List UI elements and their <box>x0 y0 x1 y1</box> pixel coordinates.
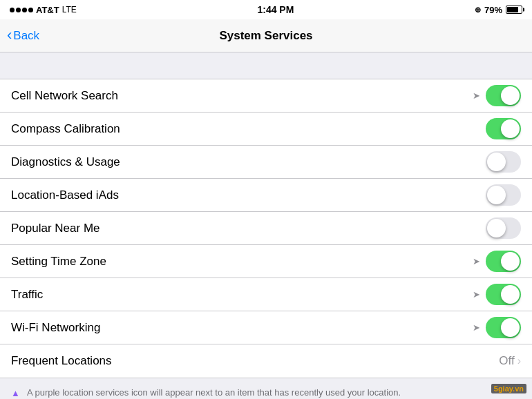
toggle-switch[interactable] <box>486 85 521 106</box>
toggle-switch[interactable] <box>486 284 521 305</box>
signal-dot-3 <box>22 8 27 12</box>
row-right <box>486 151 521 173</box>
toggle-thumb <box>487 153 506 171</box>
status-left: AT&T LTE <box>10 5 77 15</box>
row-right <box>486 118 521 139</box>
section-header-spacer <box>0 52 532 79</box>
toggle-thumb <box>501 119 520 138</box>
toggle-switch[interactable] <box>486 251 521 272</box>
off-label: Off <box>499 354 514 368</box>
toggle-thumb <box>501 252 520 271</box>
toggle-thumb <box>501 285 520 304</box>
settings-row[interactable]: Popular Near Me <box>0 212 532 245</box>
page-title: System Services <box>219 29 312 43</box>
nav-bar: ‹ Back System Services <box>0 19 532 52</box>
row-right: ➤ <box>473 284 521 305</box>
settings-row[interactable]: Setting Time Zone➤ <box>0 245 532 278</box>
settings-row[interactable]: Wi-Fi Networking➤ <box>0 311 532 344</box>
back-chevron-icon: ‹ <box>7 28 12 43</box>
signal-dot-1 <box>10 8 15 12</box>
toggle-switch[interactable] <box>486 217 521 239</box>
settings-list: Cell Network Search➤Compass CalibrationD… <box>0 79 532 378</box>
row-label: Frequent Locations <box>11 354 112 368</box>
row-right <box>486 217 521 239</box>
toggle-switch[interactable] <box>486 118 521 139</box>
settings-row[interactable]: Location-Based iAds <box>0 179 532 212</box>
toggle-thumb <box>487 186 506 204</box>
row-right: ➤ <box>473 85 521 106</box>
row-label: Setting Time Zone <box>11 255 106 269</box>
network-type-label: LTE <box>62 5 77 14</box>
row-value-off: Off› <box>499 354 521 368</box>
settings-row[interactable]: Cell Network Search➤ <box>0 79 532 113</box>
battery-icon-container <box>506 6 522 14</box>
settings-row[interactable]: Frequent LocationsOff› <box>0 344 532 378</box>
settings-row[interactable]: Diagnostics & Usage <box>0 146 532 179</box>
toggle-thumb <box>501 86 520 105</box>
purple-location-icon: ▲ <box>11 388 20 398</box>
status-right: ⊕ 79% <box>475 5 522 15</box>
row-right <box>486 184 521 206</box>
battery-icon <box>506 6 522 14</box>
row-label: Location-Based iAds <box>11 188 119 202</box>
location-arrow-icon: ➤ <box>473 90 480 101</box>
row-label: Cell Network Search <box>11 89 118 103</box>
signal-dot-4 <box>28 8 33 12</box>
footer-note-text: A purple location services icon will app… <box>27 387 401 399</box>
settings-row[interactable]: Traffic➤ <box>0 278 532 311</box>
row-label: Compass Calibration <box>11 122 120 136</box>
settings-row[interactable]: Compass Calibration <box>0 113 532 146</box>
toggle-thumb <box>501 318 520 337</box>
row-label: Diagnostics & Usage <box>11 155 120 169</box>
location-arrow-icon: ➤ <box>473 256 480 266</box>
back-label: Back <box>13 29 39 43</box>
location-arrow-icon: ➤ <box>473 289 480 300</box>
row-label: Popular Near Me <box>11 222 100 235</box>
battery-percent: 79% <box>484 5 502 15</box>
carrier-label: AT&T <box>36 5 59 15</box>
back-button[interactable]: ‹ Back <box>7 28 39 43</box>
row-label: Wi-Fi Networking <box>11 321 100 335</box>
signal-dot-2 <box>16 8 21 12</box>
row-right: Off› <box>499 354 521 368</box>
toggle-switch[interactable] <box>486 151 521 173</box>
location-arrow-icon: ➤ <box>473 322 480 333</box>
toggle-thumb <box>487 219 506 237</box>
footer-note: ▲ A purple location services icon will a… <box>0 378 532 399</box>
status-time: 1:44 PM <box>257 4 294 15</box>
row-label: Traffic <box>11 288 43 302</box>
row-right: ➤ <box>473 317 521 338</box>
location-icon-status: ⊕ <box>475 6 481 14</box>
row-right: ➤ <box>473 251 521 272</box>
chevron-right-icon: › <box>517 355 521 367</box>
toggle-switch[interactable] <box>486 317 521 338</box>
signal-dots <box>10 8 33 12</box>
battery-fill <box>507 7 518 12</box>
toggle-switch[interactable] <box>486 184 521 206</box>
watermark: 5giay.vn <box>491 384 526 393</box>
status-bar: AT&T LTE 1:44 PM ⊕ 79% <box>0 0 532 19</box>
